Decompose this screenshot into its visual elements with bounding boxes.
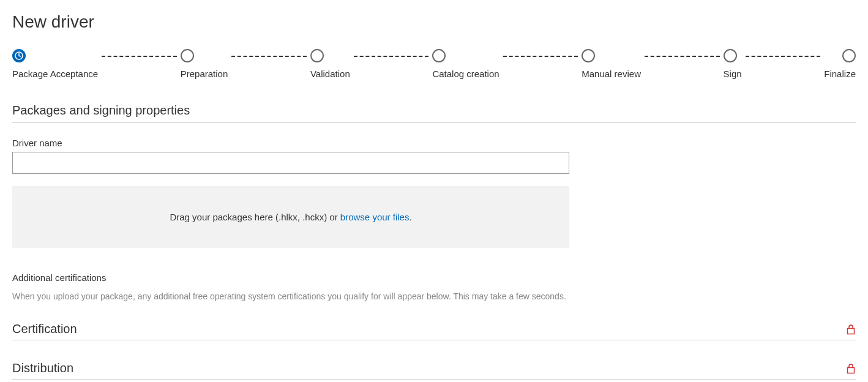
progress-stepper: Package Acceptance Preparation Validatio… — [12, 49, 856, 79]
section-packages-heading: Packages and signing properties — [12, 103, 856, 123]
dropzone-suffix: . — [409, 212, 411, 222]
step-circle-icon — [432, 49, 446, 62]
lock-icon — [846, 363, 856, 374]
step-package-acceptance: Package Acceptance — [12, 49, 98, 79]
step-label: Validation — [310, 69, 350, 79]
package-dropzone[interactable]: Drag your packages here (.hlkx, .hckx) o… — [12, 186, 569, 248]
dropzone-text: Drag your packages here (.hlkx, .hckx) o… — [170, 212, 340, 222]
step-validation: Validation — [310, 49, 350, 79]
step-label: Catalog creation — [432, 69, 499, 79]
lock-icon — [846, 324, 856, 335]
step-circle-icon — [724, 49, 737, 62]
distribution-heading: Distribution — [12, 361, 73, 375]
step-label: Preparation — [181, 69, 228, 79]
step-circle-icon — [842, 49, 856, 62]
step-connector — [746, 56, 821, 57]
step-manual-review: Manual review — [582, 49, 641, 79]
svg-rect-2 — [848, 367, 855, 373]
page-title: New driver — [12, 12, 856, 32]
driver-name-label: Driver name — [12, 138, 856, 148]
step-label: Manual review — [582, 69, 641, 79]
browse-files-link[interactable]: browse your files — [340, 212, 410, 222]
step-finalize: Finalize — [824, 49, 856, 79]
step-preparation: Preparation — [181, 49, 228, 79]
certification-heading: Certification — [12, 322, 77, 336]
step-connector — [354, 56, 429, 57]
clock-icon — [12, 49, 26, 62]
step-connector — [503, 56, 578, 57]
certification-section: Certification — [12, 316, 856, 340]
additional-certifications-help: When you upload your package, any additi… — [12, 291, 856, 301]
driver-name-input[interactable] — [12, 152, 569, 174]
step-label: Package Acceptance — [12, 69, 98, 79]
step-label: Sign — [724, 69, 742, 79]
step-circle-icon — [181, 49, 194, 62]
distribution-section: Distribution — [12, 355, 856, 380]
step-connector — [645, 56, 720, 57]
step-label: Finalize — [824, 69, 856, 79]
step-catalog-creation: Catalog creation — [432, 49, 499, 79]
step-circle-icon — [310, 49, 324, 62]
step-connector — [231, 56, 307, 57]
step-sign: Sign — [724, 49, 742, 79]
additional-certifications-heading: Additional certifications — [12, 272, 856, 283]
step-connector — [102, 56, 177, 57]
svg-rect-1 — [848, 328, 855, 334]
step-circle-icon — [582, 49, 595, 62]
